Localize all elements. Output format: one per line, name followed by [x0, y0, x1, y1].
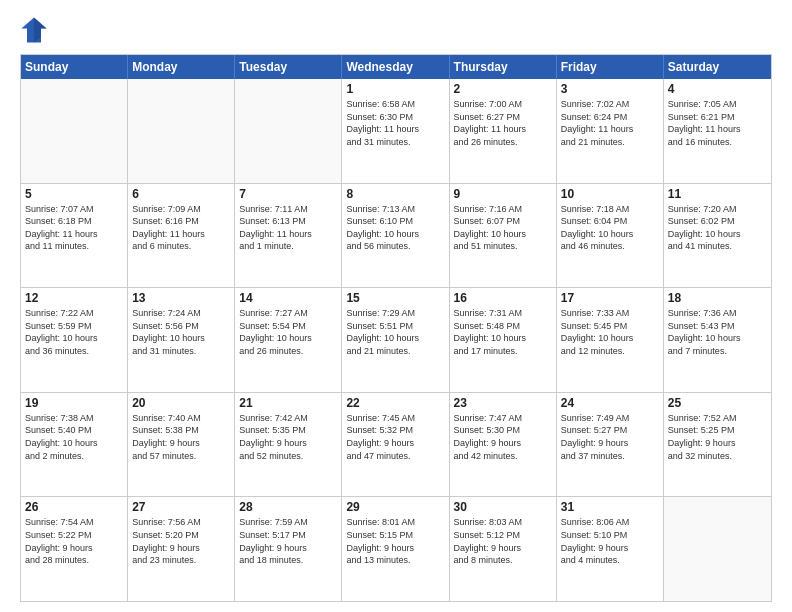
calendar-cell: 23Sunrise: 7:47 AM Sunset: 5:30 PM Dayli…	[450, 393, 557, 497]
day-number: 24	[561, 396, 659, 410]
day-number: 19	[25, 396, 123, 410]
day-number: 3	[561, 82, 659, 96]
calendar-cell: 3Sunrise: 7:02 AM Sunset: 6:24 PM Daylig…	[557, 79, 664, 183]
calendar-cell: 24Sunrise: 7:49 AM Sunset: 5:27 PM Dayli…	[557, 393, 664, 497]
day-number: 22	[346, 396, 444, 410]
calendar-cell	[235, 79, 342, 183]
calendar-cell: 6Sunrise: 7:09 AM Sunset: 6:16 PM Daylig…	[128, 184, 235, 288]
cell-info: Sunrise: 7:31 AM Sunset: 5:48 PM Dayligh…	[454, 307, 552, 357]
cell-info: Sunrise: 7:59 AM Sunset: 5:17 PM Dayligh…	[239, 516, 337, 566]
calendar-cell: 12Sunrise: 7:22 AM Sunset: 5:59 PM Dayli…	[21, 288, 128, 392]
calendar-cell: 4Sunrise: 7:05 AM Sunset: 6:21 PM Daylig…	[664, 79, 771, 183]
cell-info: Sunrise: 7:56 AM Sunset: 5:20 PM Dayligh…	[132, 516, 230, 566]
calendar-row-2: 5Sunrise: 7:07 AM Sunset: 6:18 PM Daylig…	[21, 184, 771, 289]
day-number: 25	[668, 396, 767, 410]
day-number: 4	[668, 82, 767, 96]
calendar-cell: 16Sunrise: 7:31 AM Sunset: 5:48 PM Dayli…	[450, 288, 557, 392]
day-number: 21	[239, 396, 337, 410]
calendar-cell: 1Sunrise: 6:58 AM Sunset: 6:30 PM Daylig…	[342, 79, 449, 183]
cell-info: Sunrise: 7:27 AM Sunset: 5:54 PM Dayligh…	[239, 307, 337, 357]
calendar-cell: 2Sunrise: 7:00 AM Sunset: 6:27 PM Daylig…	[450, 79, 557, 183]
cell-info: Sunrise: 7:54 AM Sunset: 5:22 PM Dayligh…	[25, 516, 123, 566]
day-number: 20	[132, 396, 230, 410]
header-day-saturday: Saturday	[664, 55, 771, 79]
cell-info: Sunrise: 7:52 AM Sunset: 5:25 PM Dayligh…	[668, 412, 767, 462]
day-number: 12	[25, 291, 123, 305]
day-number: 30	[454, 500, 552, 514]
cell-info: Sunrise: 8:06 AM Sunset: 5:10 PM Dayligh…	[561, 516, 659, 566]
day-number: 23	[454, 396, 552, 410]
cell-info: Sunrise: 7:00 AM Sunset: 6:27 PM Dayligh…	[454, 98, 552, 148]
day-number: 2	[454, 82, 552, 96]
cell-info: Sunrise: 8:01 AM Sunset: 5:15 PM Dayligh…	[346, 516, 444, 566]
calendar-cell: 26Sunrise: 7:54 AM Sunset: 5:22 PM Dayli…	[21, 497, 128, 601]
header-day-monday: Monday	[128, 55, 235, 79]
calendar-cell: 18Sunrise: 7:36 AM Sunset: 5:43 PM Dayli…	[664, 288, 771, 392]
day-number: 15	[346, 291, 444, 305]
calendar: SundayMondayTuesdayWednesdayThursdayFrid…	[20, 54, 772, 602]
day-number: 9	[454, 187, 552, 201]
calendar-cell: 9Sunrise: 7:16 AM Sunset: 6:07 PM Daylig…	[450, 184, 557, 288]
day-number: 11	[668, 187, 767, 201]
day-number: 14	[239, 291, 337, 305]
cell-info: Sunrise: 7:22 AM Sunset: 5:59 PM Dayligh…	[25, 307, 123, 357]
calendar-cell: 17Sunrise: 7:33 AM Sunset: 5:45 PM Dayli…	[557, 288, 664, 392]
cell-info: Sunrise: 7:05 AM Sunset: 6:21 PM Dayligh…	[668, 98, 767, 148]
calendar-cell: 21Sunrise: 7:42 AM Sunset: 5:35 PM Dayli…	[235, 393, 342, 497]
calendar-cell: 22Sunrise: 7:45 AM Sunset: 5:32 PM Dayli…	[342, 393, 449, 497]
day-number: 10	[561, 187, 659, 201]
calendar-cell: 10Sunrise: 7:18 AM Sunset: 6:04 PM Dayli…	[557, 184, 664, 288]
calendar-header: SundayMondayTuesdayWednesdayThursdayFrid…	[21, 55, 771, 79]
cell-info: Sunrise: 7:33 AM Sunset: 5:45 PM Dayligh…	[561, 307, 659, 357]
cell-info: Sunrise: 7:18 AM Sunset: 6:04 PM Dayligh…	[561, 203, 659, 253]
day-number: 16	[454, 291, 552, 305]
day-number: 29	[346, 500, 444, 514]
calendar-cell: 13Sunrise: 7:24 AM Sunset: 5:56 PM Dayli…	[128, 288, 235, 392]
logo-icon	[20, 16, 48, 44]
day-number: 5	[25, 187, 123, 201]
cell-info: Sunrise: 7:29 AM Sunset: 5:51 PM Dayligh…	[346, 307, 444, 357]
calendar-cell: 29Sunrise: 8:01 AM Sunset: 5:15 PM Dayli…	[342, 497, 449, 601]
calendar-cell	[21, 79, 128, 183]
calendar-cell: 31Sunrise: 8:06 AM Sunset: 5:10 PM Dayli…	[557, 497, 664, 601]
cell-info: Sunrise: 7:20 AM Sunset: 6:02 PM Dayligh…	[668, 203, 767, 253]
day-number: 13	[132, 291, 230, 305]
calendar-cell: 8Sunrise: 7:13 AM Sunset: 6:10 PM Daylig…	[342, 184, 449, 288]
day-number: 27	[132, 500, 230, 514]
day-number: 1	[346, 82, 444, 96]
calendar-cell: 7Sunrise: 7:11 AM Sunset: 6:13 PM Daylig…	[235, 184, 342, 288]
cell-info: Sunrise: 7:02 AM Sunset: 6:24 PM Dayligh…	[561, 98, 659, 148]
calendar-row-4: 19Sunrise: 7:38 AM Sunset: 5:40 PM Dayli…	[21, 393, 771, 498]
cell-info: Sunrise: 7:16 AM Sunset: 6:07 PM Dayligh…	[454, 203, 552, 253]
header-day-tuesday: Tuesday	[235, 55, 342, 79]
cell-info: Sunrise: 7:13 AM Sunset: 6:10 PM Dayligh…	[346, 203, 444, 253]
page: SundayMondayTuesdayWednesdayThursdayFrid…	[0, 0, 792, 612]
calendar-cell: 20Sunrise: 7:40 AM Sunset: 5:38 PM Dayli…	[128, 393, 235, 497]
day-number: 26	[25, 500, 123, 514]
cell-info: Sunrise: 7:07 AM Sunset: 6:18 PM Dayligh…	[25, 203, 123, 253]
calendar-row-3: 12Sunrise: 7:22 AM Sunset: 5:59 PM Dayli…	[21, 288, 771, 393]
header-day-thursday: Thursday	[450, 55, 557, 79]
calendar-cell	[664, 497, 771, 601]
header	[20, 16, 772, 44]
day-number: 28	[239, 500, 337, 514]
cell-info: Sunrise: 7:47 AM Sunset: 5:30 PM Dayligh…	[454, 412, 552, 462]
calendar-body: 1Sunrise: 6:58 AM Sunset: 6:30 PM Daylig…	[21, 79, 771, 601]
cell-info: Sunrise: 7:11 AM Sunset: 6:13 PM Dayligh…	[239, 203, 337, 253]
logo	[20, 16, 52, 44]
calendar-row-5: 26Sunrise: 7:54 AM Sunset: 5:22 PM Dayli…	[21, 497, 771, 601]
calendar-cell: 11Sunrise: 7:20 AM Sunset: 6:02 PM Dayli…	[664, 184, 771, 288]
cell-info: Sunrise: 7:40 AM Sunset: 5:38 PM Dayligh…	[132, 412, 230, 462]
calendar-cell	[128, 79, 235, 183]
calendar-cell: 28Sunrise: 7:59 AM Sunset: 5:17 PM Dayli…	[235, 497, 342, 601]
calendar-cell: 25Sunrise: 7:52 AM Sunset: 5:25 PM Dayli…	[664, 393, 771, 497]
calendar-cell: 19Sunrise: 7:38 AM Sunset: 5:40 PM Dayli…	[21, 393, 128, 497]
cell-info: Sunrise: 6:58 AM Sunset: 6:30 PM Dayligh…	[346, 98, 444, 148]
day-number: 18	[668, 291, 767, 305]
calendar-cell: 30Sunrise: 8:03 AM Sunset: 5:12 PM Dayli…	[450, 497, 557, 601]
cell-info: Sunrise: 7:09 AM Sunset: 6:16 PM Dayligh…	[132, 203, 230, 253]
header-day-wednesday: Wednesday	[342, 55, 449, 79]
day-number: 6	[132, 187, 230, 201]
day-number: 17	[561, 291, 659, 305]
cell-info: Sunrise: 8:03 AM Sunset: 5:12 PM Dayligh…	[454, 516, 552, 566]
